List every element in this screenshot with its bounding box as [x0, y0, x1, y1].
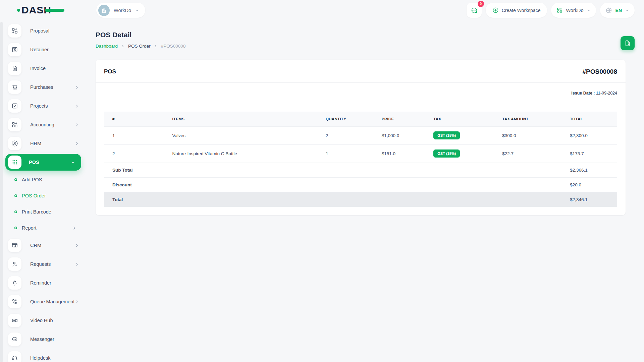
sidebar-item-label: Video Hub [30, 318, 79, 323]
sidebar-item-label: Proposal [30, 28, 79, 34]
sidebar-item-invoice[interactable]: Invoice [0, 59, 87, 78]
col-header-total: TOTAL [570, 112, 617, 126]
create-workspace-label: Create Workspace [502, 8, 541, 13]
sidebar: Proposal Retainer Invoice Purchases [0, 19, 87, 362]
language-code: EN [615, 8, 622, 13]
sidebar-subitem-label: Print Barcode [22, 209, 76, 215]
sidebar-subitem-pos-order[interactable]: POS Order [0, 188, 87, 204]
pos-detail-card: POS #POS00008 Issue Date : 11-09-2024 # … [96, 60, 626, 215]
breadcrumb-pos-order-link[interactable]: POS Order [128, 44, 151, 49]
sidebar-item-queue-management[interactable]: Queue Management [0, 292, 87, 311]
sidebar-item-hrm[interactable]: HRM [0, 134, 87, 153]
sidebar-subitem-print-barcode[interactable]: Print Barcode [0, 204, 87, 220]
sidebar-item-proposal[interactable]: Proposal [0, 21, 87, 40]
cell-tax-amount: $300.0 [502, 126, 570, 144]
subtotal-value: $2,366.1 [570, 163, 617, 177]
building-icon [98, 5, 110, 16]
sidebar-subitem-label: Report [22, 225, 72, 231]
col-header-quantity: QUANTITY [326, 112, 382, 126]
sidebar-item-label: Queue Management [30, 299, 75, 304]
brand-logo[interactable]: DASH [21, 4, 65, 16]
discount-value: $20.0 [570, 177, 617, 192]
subtotal-row: Sub Total $2,366.1 [104, 163, 617, 177]
breadcrumb-dashboard-link[interactable]: Dashboard [96, 44, 118, 49]
chevron-right-icon [121, 44, 125, 48]
total-label: Total [104, 192, 570, 207]
sidebar-item-label: Retainer [30, 47, 79, 52]
create-workspace-button[interactable]: Create Workspace [486, 3, 547, 18]
chevron-down-icon [587, 8, 591, 12]
sidebar-item-label: Projects [30, 103, 75, 109]
sidebar-subitem-add-pos[interactable]: Add POS [0, 172, 87, 188]
workspace-selector[interactable]: WorkDo [96, 3, 145, 18]
accounting-icon [8, 118, 21, 131]
sidebar-subitem-report[interactable]: Report [0, 220, 87, 236]
messages-button[interactable]: 0 [467, 3, 482, 18]
sidebar-item-projects[interactable]: Projects [0, 97, 87, 115]
col-header-tax-amount: TAX AMOUNT [502, 112, 570, 126]
export-pos-button[interactable] [621, 36, 635, 50]
cell-item: Nature-Inspired Vitamin C Bottle [172, 144, 325, 163]
sidebar-item-crm[interactable]: CRM [0, 236, 87, 255]
breadcrumb: Dashboard POS Order #POS00008 [96, 44, 185, 49]
pos-number: #POS00008 [582, 68, 617, 75]
cell-quantity: 2 [326, 126, 382, 144]
account-label: WorkDo [566, 8, 583, 13]
sidebar-item-video-hub[interactable]: Video Hub [0, 311, 87, 330]
total-row: Total $2,346.1 [104, 192, 617, 207]
sidebar-item-label: HRM [30, 141, 75, 146]
sidebar-item-label: Reminder [30, 280, 79, 286]
projects-icon [8, 99, 21, 113]
bullet-icon [14, 227, 17, 229]
hrm-icon [8, 137, 21, 150]
chevron-right-icon [75, 85, 79, 89]
sidebar-item-accounting[interactable]: Accounting [0, 115, 87, 134]
sidebar-item-purchases[interactable]: Purchases [0, 78, 87, 97]
chevron-right-icon [75, 141, 79, 146]
chevron-right-icon [72, 226, 76, 230]
sidebar-item-messenger[interactable]: Messenger [0, 330, 87, 349]
issue-date-value: 11-09-2024 [595, 91, 618, 96]
table-header-row: # ITEMS QUANTITY PRICE TAX TAX AMOUNT TO… [104, 112, 617, 126]
account-menu[interactable]: WorkDo [551, 3, 596, 18]
messenger-icon [8, 333, 21, 346]
tax-badge: GST (15%) [433, 149, 460, 158]
col-header-no: # [104, 112, 172, 126]
cell-item: Valves [172, 126, 325, 144]
cell-tax: GST (15%) [433, 126, 502, 144]
chevron-right-icon [75, 104, 79, 108]
sidebar-item-pos[interactable]: POS [5, 154, 81, 171]
grid-plus-icon [556, 7, 563, 13]
total-value: $2,346.1 [570, 192, 617, 207]
sidebar-item-requests[interactable]: Requests [0, 255, 87, 274]
col-header-tax: TAX [433, 112, 502, 126]
page-title: POS Detail [96, 31, 131, 39]
plus-circle-icon [492, 7, 499, 13]
video-camera-icon [8, 314, 21, 327]
sidebar-item-label: Purchases [30, 84, 75, 90]
sidebar-item-helpdesk[interactable]: Helpdesk [0, 349, 87, 362]
globe-icon [605, 7, 612, 14]
card-title: POS [104, 68, 116, 75]
sidebar-item-reminder[interactable]: Reminder [0, 274, 87, 292]
discount-row: Discount $20.0 [104, 177, 617, 192]
crm-icon [8, 239, 21, 252]
sidebar-scrollbar[interactable] [0, 22, 3, 362]
sidebar-item-label: Accounting [30, 122, 75, 127]
sidebar-item-retainer[interactable]: Retainer [0, 40, 87, 59]
discount-label: Discount [104, 177, 570, 192]
file-export-icon [624, 40, 631, 47]
bullet-icon [14, 210, 17, 213]
main-content: POS Detail Dashboard POS Order #POS00008… [87, 19, 644, 362]
chevron-right-icon [75, 300, 79, 304]
language-selector[interactable]: EN [600, 3, 635, 18]
sidebar-item-label: Invoice [30, 66, 79, 71]
workspace-name: WorkDo [114, 8, 131, 13]
cell-total: $173.7 [570, 144, 617, 163]
cell-quantity: 1 [326, 144, 382, 163]
issue-date-label: Issue Date : [571, 91, 595, 96]
chevron-down-icon [71, 160, 75, 165]
queue-phone-icon [8, 295, 21, 308]
sidebar-item-label: POS [29, 160, 71, 165]
pos-items-table: # ITEMS QUANTITY PRICE TAX TAX AMOUNT TO… [104, 112, 617, 207]
